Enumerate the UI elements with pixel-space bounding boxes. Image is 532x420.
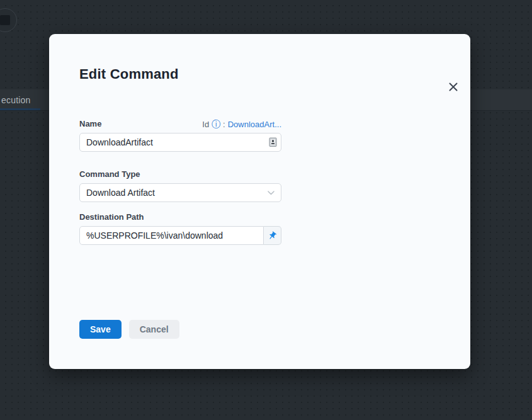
name-field: Name Id ⓘ : DownloadArt... [79,119,281,152]
close-button[interactable] [444,78,462,96]
destination-path-input[interactable] [79,226,264,245]
command-id-row: Id ⓘ : DownloadArt... [202,120,281,129]
close-icon [449,82,458,91]
tab-execution[interactable]: ecution [0,89,31,111]
name-input-wrap [79,133,281,152]
name-label: Name [79,119,101,129]
command-type-field: Command Type Download Artifact [79,169,281,202]
chevron-down-icon [268,191,274,195]
command-id-link[interactable]: DownloadArt... [228,120,281,129]
cancel-button[interactable]: Cancel [129,320,179,339]
modal-title: Edit Command [79,65,440,83]
name-label-row: Name Id ⓘ : DownloadArt... [79,119,281,129]
command-type-select[interactable]: Download Artifact [79,183,281,202]
pin-button[interactable] [264,226,281,245]
page: { "background": { "stop_button_name": "s… [0,0,532,420]
active-tab-indicator [0,108,40,110]
edit-command-modal: Edit Command Name Id ⓘ : DownloadArt... [49,34,470,369]
destination-path-group [79,226,281,245]
id-label: Id [202,120,209,129]
name-input[interactable] [79,133,281,152]
command-type-label: Command Type [79,169,281,179]
id-separator: : [223,120,225,129]
stop-button[interactable] [0,8,17,32]
pushpin-icon [266,229,279,242]
stop-icon [0,15,10,25]
command-type-value: Download Artifact [86,188,155,198]
autofill-icon [269,137,277,150]
destination-path-label: Destination Path [79,212,281,222]
info-icon[interactable]: ⓘ [212,120,220,128]
tab-label: ecution [1,95,31,105]
destination-path-field: Destination Path [79,212,281,245]
button-row: Save Cancel [79,320,281,339]
save-button[interactable]: Save [79,320,122,339]
form-fields: Name Id ⓘ : DownloadArt... [79,119,281,339]
